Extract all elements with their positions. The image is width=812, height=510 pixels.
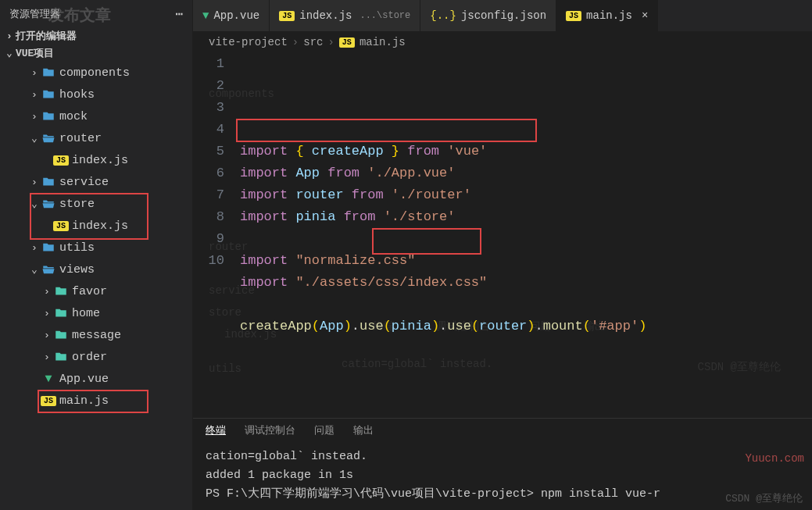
folder-icon: [41, 262, 56, 276]
tab-label: main.js: [586, 9, 632, 22]
watermark-yuucn: Yuucn.com: [745, 452, 804, 465]
js-icon: JS: [279, 11, 295, 21]
terminal-tab-problems[interactable]: 问题: [314, 423, 334, 437]
folder-icon: [41, 66, 56, 80]
breadcrumb[interactable]: vite-project › src › JS main.js: [193, 31, 812, 53]
breadcrumb-part[interactable]: vite-project: [209, 36, 288, 48]
tree-item-label: hooks: [59, 88, 95, 102]
code-line[interactable]: import "./assets/css/index.css": [240, 272, 812, 294]
chevron-icon: ›: [28, 177, 41, 188]
file-tree: ›components›hooks›mock⌄routerJSindex.js›…: [0, 62, 192, 412]
line-gutter: 12345678910: [193, 53, 240, 418]
chevron-icon: ⌄: [28, 132, 41, 144]
tab-main-js[interactable]: JSmain.js×: [556, 0, 658, 31]
terminal-line: added 1 package in 1s: [206, 466, 799, 485]
code-line[interactable]: import router from './router': [240, 184, 812, 206]
open-editors-section[interactable]: › 打开的编辑器: [0, 27, 192, 45]
file-main.js[interactable]: JSmain.js: [0, 390, 192, 412]
tree-item-label: views: [59, 263, 95, 276]
code-line[interactable]: [240, 337, 812, 359]
terminal-line: cation=global` instead.: [206, 448, 799, 466]
terminal-content[interactable]: cation=global` instead. added 1 package …: [193, 441, 812, 510]
chevron-down-icon: ⌄: [3, 47, 16, 59]
tree-item-label: utils: [59, 241, 95, 255]
code-editor[interactable]: 12345678910 import { createApp } from 'v…: [193, 53, 812, 418]
folder-icon: [41, 109, 56, 123]
tree-item-label: mock: [59, 110, 88, 123]
folder-order[interactable]: ›order: [0, 346, 192, 368]
line-number: 9: [193, 228, 224, 250]
folder-components[interactable]: ›components: [0, 62, 192, 84]
code-line[interactable]: import "normalize.css": [240, 250, 812, 272]
chevron-icon: ›: [41, 330, 53, 341]
chevron-right-icon: ›: [292, 36, 299, 48]
js-icon: JS: [53, 155, 69, 166]
sidebar-title: 资源管理器: [9, 7, 60, 21]
line-number: 4: [193, 119, 224, 141]
file-index.js[interactable]: JSindex.js: [0, 149, 192, 171]
tree-item-label: components: [59, 66, 130, 80]
sidebar: 资源管理器 发布文章 ⋯ › 打开的编辑器 ⌄ VUE项目 ›component…: [0, 0, 193, 510]
project-name-label: VUE项目: [16, 46, 54, 60]
chevron-icon: ›: [41, 308, 53, 319]
breadcrumb-file[interactable]: main.js: [359, 36, 406, 48]
line-number: 7: [193, 184, 224, 206]
file-index.js[interactable]: JSindex.js: [0, 215, 192, 237]
line-number: 3: [193, 97, 224, 119]
tab-label: jsconfig.json: [461, 9, 546, 22]
folder-store[interactable]: ⌄store: [0, 193, 192, 215]
jsconfig-icon: {..}: [430, 9, 456, 22]
terminal-tab-debug[interactable]: 调试控制台: [245, 423, 295, 437]
folder-hooks[interactable]: ›hooks: [0, 84, 192, 105]
tab-App-vue[interactable]: ▼App.vue: [193, 0, 270, 31]
tree-item-label: main.js: [59, 394, 109, 408]
folder-icon: [53, 350, 69, 364]
folder-service[interactable]: ›service: [0, 171, 192, 193]
code-content[interactable]: import { createApp } from 'vue'import Ap…: [240, 53, 812, 418]
more-icon[interactable]: ⋯: [175, 6, 183, 22]
sidebar-header: 资源管理器 发布文章 ⋯: [0, 0, 192, 27]
open-editors-label: 打开的编辑器: [16, 29, 77, 43]
code-line[interactable]: [240, 294, 812, 316]
tree-item-label: service: [59, 176, 109, 189]
tab-jsconfig-json[interactable]: {..}jsconfig.json: [420, 0, 556, 31]
project-section[interactable]: ⌄ VUE项目: [0, 45, 192, 62]
watermark-csdn: CSDN @至尊绝伦: [725, 491, 803, 505]
folder-views[interactable]: ⌄views: [0, 259, 192, 280]
folder-mock[interactable]: ›mock: [0, 105, 192, 127]
code-line[interactable]: import pinia from './store': [240, 206, 812, 228]
tab-label: index.js: [299, 9, 352, 22]
tree-item-label: message: [72, 329, 121, 342]
chevron-icon: ⌄: [28, 198, 41, 210]
code-line[interactable]: [240, 228, 812, 250]
vue-icon: ▼: [202, 9, 209, 22]
folder-icon: [41, 175, 56, 189]
code-line[interactable]: import { createApp } from 'vue': [240, 141, 812, 162]
folder-icon: [41, 197, 56, 211]
terminal-tab-terminal[interactable]: 终端: [206, 423, 226, 437]
folder-favor[interactable]: ›favor: [0, 280, 192, 302]
tab-index-js[interactable]: JSindex.js...\store: [270, 0, 420, 31]
tree-item-label: router: [59, 132, 102, 145]
folder-utils[interactable]: ›utils: [0, 237, 192, 259]
folder-home[interactable]: ›home: [0, 302, 192, 324]
code-line[interactable]: import App from './App.vue': [240, 162, 812, 184]
chevron-icon: ⌄: [28, 263, 41, 276]
breadcrumb-part[interactable]: src: [303, 36, 323, 48]
chevron-icon: ›: [28, 89, 41, 101]
folder-router[interactable]: ⌄router: [0, 127, 192, 149]
terminal-tabs: 终端 调试控制台 问题 输出: [193, 418, 812, 441]
code-line[interactable]: createApp(App).use(pinia).use(router).mo…: [240, 316, 812, 337]
line-number: 2: [193, 75, 224, 97]
tree-item-label: favor: [72, 285, 107, 298]
js-icon: JS: [41, 396, 56, 406]
terminal-tab-output[interactable]: 输出: [353, 423, 374, 437]
chevron-icon: ›: [28, 67, 41, 79]
line-number: 6: [193, 162, 224, 184]
js-icon: JS: [566, 11, 581, 21]
file-App.vue[interactable]: ▼App.vue: [0, 368, 192, 390]
folder-message[interactable]: ›message: [0, 324, 192, 346]
chevron-right-icon: ›: [3, 30, 16, 42]
terminal-line: PS F:\大四下学期前端学习\代码\vue项目\vite-project> n…: [206, 485, 799, 504]
close-icon[interactable]: ×: [642, 9, 648, 22]
